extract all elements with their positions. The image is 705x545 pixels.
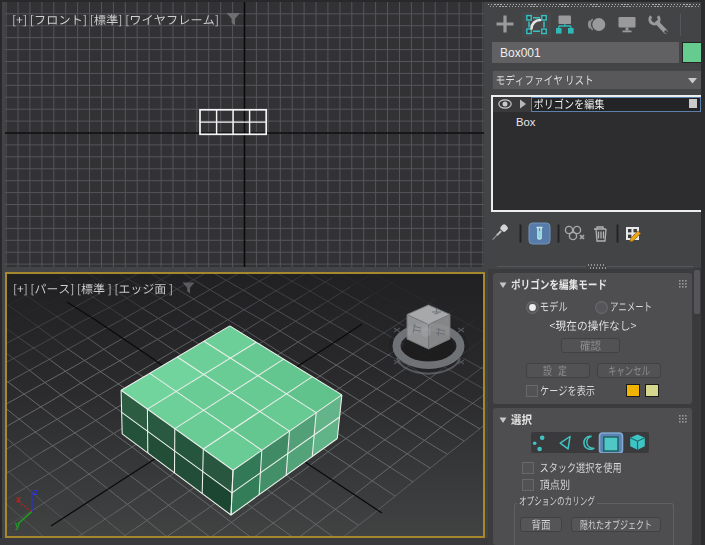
svg-text:z: z [34, 487, 39, 497]
svg-text:Box: Box [516, 116, 536, 128]
svg-text:y: y [15, 520, 20, 530]
svg-text:x: x [15, 494, 20, 504]
